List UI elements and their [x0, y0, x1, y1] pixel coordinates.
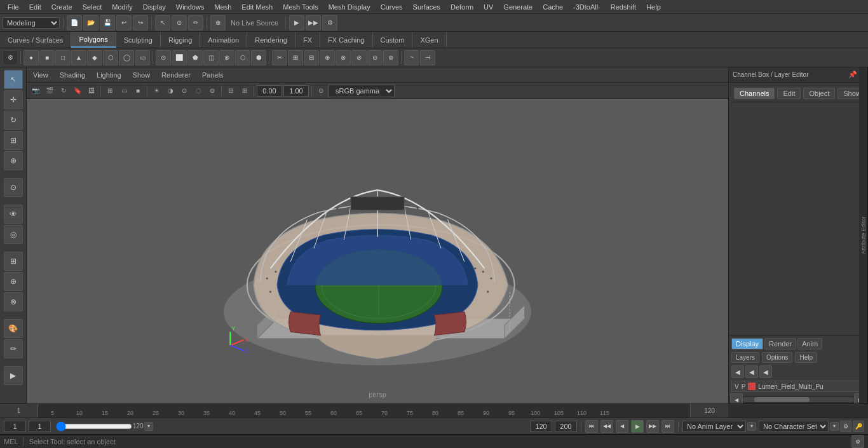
cone-icon[interactable]: ▲ — [71, 50, 86, 65]
menu-3dtoall[interactable]: -3DtoAll- — [568, 2, 606, 12]
char-set-settings[interactable]: ⚙ — [840, 421, 851, 432]
lighting-menu[interactable]: Lighting — [94, 70, 124, 80]
range-end-toggle[interactable]: ▾ — [144, 422, 153, 431]
timeline[interactable]: 1 5 10 15 20 25 30 35 40 45 50 55 60 65 … — [0, 404, 868, 417]
cylinder-icon[interactable]: ⬡ — [103, 50, 118, 65]
char-set-toggle[interactable]: ▾ — [830, 422, 839, 431]
sphere-icon[interactable]: ● — [24, 50, 39, 65]
merge-icon[interactable]: ⊟ — [304, 50, 319, 65]
select-tool[interactable]: ↖ — [4, 70, 23, 89]
render-view-icon[interactable]: ▶ — [4, 366, 23, 385]
bevel-icon[interactable]: ⊙ — [367, 50, 383, 65]
vp-circle-icon[interactable]: ⊙ — [315, 85, 327, 97]
vp-hud-icon[interactable]: ⊟ — [224, 85, 237, 97]
smooth-icon[interactable]: ~ — [404, 50, 419, 65]
anim-layer-selector[interactable]: No Anim Layer — [682, 421, 746, 432]
shape3-icon[interactable]: ⬟ — [187, 50, 203, 65]
tab-custom[interactable]: Custom — [373, 32, 413, 48]
sphere2-icon[interactable]: ⊙ — [156, 50, 171, 65]
object-tab[interactable]: Object — [803, 88, 835, 99]
play-fwd-btn[interactable]: ▶ — [631, 420, 644, 433]
render-icon[interactable]: ▶ — [289, 15, 304, 31]
settings-icon[interactable]: ⚙ — [3, 50, 18, 65]
scrollbar-thumb[interactable] — [754, 397, 810, 402]
layers-sub-tab[interactable]: Layers — [731, 352, 759, 363]
subdiv-icon[interactable]: ⬡ — [235, 50, 250, 65]
open-file-icon[interactable]: 📂 — [83, 15, 98, 31]
menu-select[interactable]: Select — [78, 2, 107, 12]
split-icon[interactable]: ⊕ — [320, 50, 335, 65]
show-menu[interactable]: Show — [130, 70, 153, 80]
menu-redshift[interactable]: Redshift — [606, 2, 641, 12]
menu-modify[interactable]: Modify — [107, 2, 137, 12]
vp-motion-blur-icon[interactable]: ◌ — [192, 85, 205, 97]
menu-mesh[interactable]: Mesh — [209, 2, 236, 12]
range-start-input[interactable] — [4, 421, 26, 432]
bridge-icon[interactable]: ⊗ — [336, 50, 351, 65]
transform-tool[interactable]: ⊕ — [4, 151, 23, 170]
char-set-selector[interactable]: No Character Set — [759, 421, 829, 432]
paint-icon[interactable]: ✏ — [188, 15, 203, 31]
sculpt-icon[interactable]: ✏ — [4, 339, 23, 358]
snap-grid-icon[interactable]: ⊞ — [4, 252, 23, 271]
tab-xgen[interactable]: XGen — [412, 32, 446, 48]
menu-generate[interactable]: Generate — [498, 2, 538, 12]
render-seq-icon[interactable]: ▶▶ — [306, 15, 321, 31]
menu-cache[interactable]: Cache — [538, 2, 568, 12]
snap-curve-icon[interactable]: ⊕ — [4, 272, 23, 291]
status-settings-btn[interactable]: ⚙ — [851, 435, 864, 448]
menu-create[interactable]: Create — [46, 2, 78, 12]
tab-polygons[interactable]: Polygons — [71, 32, 116, 48]
display-layer-tab[interactable]: Display — [731, 338, 763, 350]
go-to-start-btn[interactable]: ⏮ — [585, 420, 598, 433]
vp-image-icon[interactable]: 🖼 — [85, 85, 98, 97]
current-frame-input[interactable] — [29, 421, 51, 432]
plane-icon[interactable]: ▭ — [135, 50, 150, 65]
timeline-slider[interactable] — [56, 422, 132, 431]
rotate-tool[interactable]: ↻ — [4, 111, 23, 130]
render-layer-tab[interactable]: Render — [764, 338, 796, 350]
pipe-icon[interactable]: ◫ — [203, 50, 219, 65]
channels-tab[interactable]: Channels — [734, 88, 775, 99]
step-back-btn[interactable]: ◀◀ — [600, 420, 613, 433]
tab-fx[interactable]: FX — [295, 32, 320, 48]
tab-rendering[interactable]: Rendering — [247, 32, 295, 48]
char-set-key[interactable]: 🔑 — [853, 421, 864, 432]
vp-film-icon[interactable]: 🎬 — [43, 85, 56, 97]
diamond-icon[interactable]: ◆ — [87, 50, 102, 65]
connect-icon[interactable]: ⊚ — [383, 50, 398, 65]
layer-top-icon[interactable]: ◀ — [759, 365, 772, 378]
panels-menu[interactable]: Panels — [200, 70, 226, 80]
menu-help[interactable]: Help — [641, 2, 666, 12]
tab-sculpting[interactable]: Sculpting — [116, 32, 161, 48]
new-file-icon[interactable]: 📄 — [67, 15, 82, 31]
scale-tool[interactable]: ⊞ — [4, 131, 23, 150]
redo-icon[interactable]: ↪ — [133, 15, 148, 31]
renderer-menu[interactable]: Renderer — [159, 70, 193, 80]
anim-fps-input[interactable] — [555, 421, 577, 432]
scrollbar-track[interactable] — [743, 397, 854, 402]
view-menu[interactable]: View — [31, 70, 51, 80]
paint-effects-icon[interactable]: 🎨 — [4, 319, 23, 338]
attribute-editor-label[interactable]: Attribute Editor — [859, 67, 868, 404]
vp-res-icon[interactable]: ⊞ — [238, 85, 251, 97]
shape7-icon[interactable]: ⬢ — [251, 50, 266, 65]
tab-curves-surfaces[interactable]: Curves / Surfaces — [0, 32, 71, 48]
menu-edit[interactable]: Edit — [24, 2, 46, 12]
layer-up-icon[interactable]: ◀ — [731, 365, 744, 378]
options-sub-tab[interactable]: Options — [762, 352, 792, 363]
lasso-icon[interactable]: ⊙ — [172, 15, 187, 31]
vp-shadow-icon[interactable]: ◑ — [164, 85, 177, 97]
vp-bookmark-icon[interactable]: 🔖 — [71, 85, 84, 97]
far-clip-input[interactable] — [283, 85, 309, 97]
menu-uv[interactable]: UV — [478, 2, 498, 12]
render-settings-icon[interactable]: ⚙ — [322, 15, 337, 31]
move-tool[interactable]: ✛ — [4, 90, 23, 109]
menu-mesh-display[interactable]: Mesh Display — [323, 2, 376, 12]
snap-point-icon[interactable]: ⊗ — [4, 292, 23, 311]
menu-windows[interactable]: Windows — [171, 2, 210, 12]
vp-grid-icon[interactable]: ⊞ — [104, 85, 116, 97]
tab-animation[interactable]: Animation — [200, 32, 247, 48]
menu-file[interactable]: File — [3, 2, 24, 12]
torus-icon[interactable]: ◯ — [119, 50, 134, 65]
